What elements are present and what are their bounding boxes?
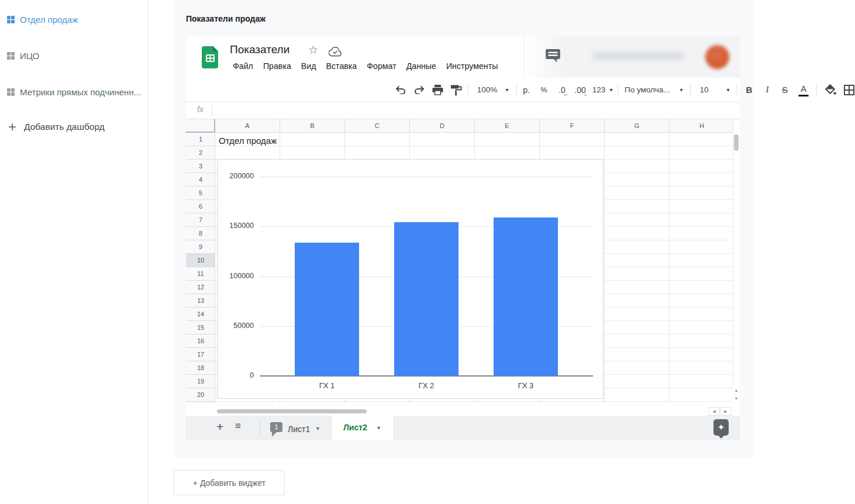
formula-bar[interactable] <box>186 102 740 119</box>
print-icon[interactable] <box>431 78 444 102</box>
dashboard-sidebar: Отдел продажИЦОМетрики прямых подчиненн.… <box>0 0 148 504</box>
vertical-scrollbar[interactable] <box>733 119 740 403</box>
column-header[interactable]: C <box>345 119 410 133</box>
row-header[interactable]: 11 <box>186 267 215 281</box>
row-header[interactable]: 9 <box>186 240 215 254</box>
row-header[interactable]: 17 <box>186 348 215 361</box>
text-color-button[interactable]: A <box>797 78 810 102</box>
explore-icon[interactable]: ✦ <box>713 419 729 436</box>
chevron-down-icon[interactable]: ▾ <box>678 78 685 102</box>
menu-Вставка[interactable]: Вставка <box>326 61 357 74</box>
column-header[interactable]: D <box>410 119 475 133</box>
increase-decimal-button[interactable]: .00 → <box>572 78 588 102</box>
scroll-left-icon[interactable]: ◀ <box>708 407 720 416</box>
sidebar-item-label: Метрики прямых подчиненн... <box>20 87 141 97</box>
paint-format-icon[interactable] <box>449 78 463 102</box>
row-header[interactable]: 20 <box>186 388 215 402</box>
scroll-up-icon[interactable]: ▲ <box>733 386 740 394</box>
column-header[interactable]: A <box>215 119 280 133</box>
sidebar-item[interactable]: Отдел продаж <box>0 12 148 27</box>
column-header[interactable]: G <box>605 119 670 133</box>
sidebar-item-label: ИЦО <box>20 51 39 61</box>
chevron-down-icon[interactable]: ▾ <box>725 78 732 102</box>
cell-a1-value: Отдел продаж <box>219 136 277 146</box>
star-icon[interactable]: ☆ <box>308 43 318 57</box>
text-color-swatch <box>799 95 809 96</box>
menu-Файл[interactable]: Файл <box>233 61 253 74</box>
column-header[interactable]: H <box>670 119 733 133</box>
chevron-down-icon[interactable]: ▾ <box>316 425 319 431</box>
add-sheet-icon[interactable]: + <box>216 420 223 434</box>
row-header[interactable]: 8 <box>186 227 215 240</box>
menu-Формат[interactable]: Формат <box>367 61 396 74</box>
menu-Данные[interactable]: Данные <box>406 61 436 74</box>
redo-icon[interactable] <box>413 78 426 102</box>
y-axis-tick-label: 0 <box>218 371 254 379</box>
column-header[interactable]: B <box>280 119 345 133</box>
number-format-button[interactable]: 123 <box>591 78 607 102</box>
cloud-saved-icon[interactable] <box>329 47 342 57</box>
menu-Инструменты[interactable]: Инструменты <box>446 61 498 74</box>
select-all-corner[interactable] <box>186 119 215 133</box>
y-axis-tick-label: 50000 <box>218 322 254 330</box>
google-sheets-logo-icon <box>202 46 218 68</box>
sidebar-item[interactable]: ИЦО <box>0 48 148 63</box>
row-header[interactable]: 7 <box>186 213 215 227</box>
row-header[interactable]: 10 <box>186 254 215 267</box>
tab-sheet1[interactable]: Лист1 <box>288 424 310 434</box>
sheet-tab-bar <box>186 416 740 440</box>
chart-bar <box>494 218 558 376</box>
column-header[interactable]: E <box>475 119 540 133</box>
horizontal-scrollbar-thumb[interactable] <box>217 409 367 413</box>
chart-bar <box>295 243 359 376</box>
decrease-decimal-button[interactable]: .0 ← <box>555 78 569 102</box>
scroll-down-icon[interactable]: ▼ <box>733 394 740 403</box>
row-header[interactable]: 5 <box>186 187 215 200</box>
row-header[interactable]: 1 <box>186 133 215 146</box>
add-dashboard-button[interactable]: + Добавить дашборд <box>0 119 148 135</box>
y-axis-tick-label: 200000 <box>218 172 254 180</box>
borders-icon[interactable] <box>842 78 855 102</box>
format-currency-button[interactable]: р. <box>520 78 532 102</box>
chevron-down-icon[interactable]: ▾ <box>504 78 511 102</box>
row-header[interactable]: 15 <box>186 321 215 334</box>
row-header[interactable]: 14 <box>186 308 215 321</box>
document-title[interactable]: Показатели <box>230 43 289 56</box>
add-widget-button[interactable]: + Добавить виджет <box>174 470 285 495</box>
undo-icon[interactable] <box>394 78 407 102</box>
avatar[interactable] <box>705 45 729 69</box>
dashboard-grid-icon <box>7 52 15 60</box>
sheets-toolbar: 100% ▾ р. % .0 ← .00 → 123 ▾ По умолча..… <box>186 78 740 102</box>
chart-bar <box>394 222 458 376</box>
strikethrough-button[interactable]: S <box>778 78 791 102</box>
row-header[interactable]: 13 <box>186 294 215 308</box>
row-header[interactable]: 6 <box>186 200 215 213</box>
menu-Вид[interactable]: Вид <box>301 61 316 74</box>
column-header[interactable]: F <box>540 119 605 133</box>
font-select[interactable]: По умолча... <box>625 78 674 102</box>
comments-icon[interactable] <box>546 49 560 63</box>
row-header[interactable]: 4 <box>186 173 215 187</box>
row-header[interactable]: 18 <box>186 361 215 375</box>
scroll-right-icon[interactable]: ▶ <box>720 407 732 416</box>
row-header[interactable]: 12 <box>186 281 215 294</box>
bold-button[interactable]: B <box>743 78 756 102</box>
format-percent-button[interactable]: % <box>538 78 550 102</box>
menu-Правка[interactable]: Правка <box>263 61 291 74</box>
dashboard-grid-icon <box>7 88 15 96</box>
chevron-down-icon[interactable]: ▾ <box>608 78 615 102</box>
sidebar-item[interactable]: Метрики прямых подчиненн... <box>0 84 148 99</box>
row-header[interactable]: 16 <box>186 334 215 348</box>
fill-color-icon[interactable] <box>823 78 837 102</box>
all-sheets-icon[interactable]: ≡ <box>235 420 241 432</box>
row-header[interactable]: 3 <box>186 160 215 173</box>
font-size-select[interactable]: 10 <box>696 78 712 102</box>
zoom-select[interactable]: 100% <box>474 78 501 102</box>
widget-title: Показатели продаж <box>186 14 266 23</box>
row-header[interactable]: 2 <box>186 146 215 160</box>
embedded-bar-chart[interactable]: 050000100000150000200000ГХ 1ГХ 2ГХ 3 <box>217 159 604 399</box>
italic-button[interactable]: I <box>761 78 774 102</box>
row-header[interactable]: 19 <box>186 375 215 388</box>
tab-sheet2-active[interactable]: Лист2 ▾ <box>332 416 393 440</box>
vertical-scrollbar-thumb[interactable] <box>734 134 739 151</box>
